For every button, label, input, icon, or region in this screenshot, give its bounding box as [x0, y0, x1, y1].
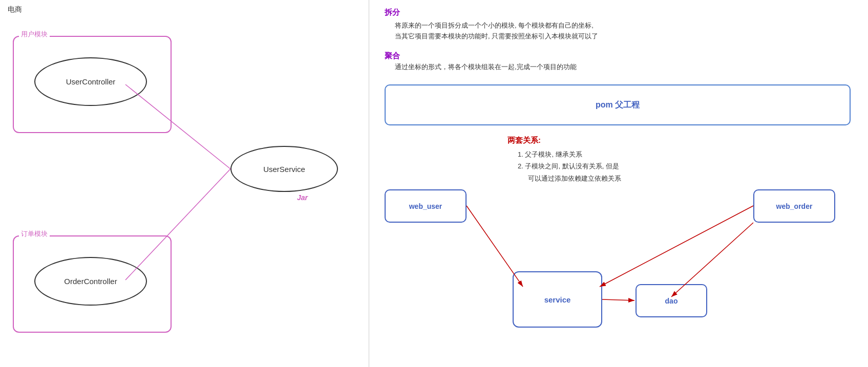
split-title: 拆分	[385, 8, 400, 17]
split-desc-line1: 将原来的一个项目拆分成一个个小的模块, 每个模块都有自己的坐标,	[395, 20, 598, 31]
pom-box: pom 父工程	[385, 84, 851, 125]
service-label: service	[544, 295, 571, 304]
svg-line-6	[602, 299, 634, 300]
relation-desc: 1. 父子模块, 继承关系 2. 子模块之间, 默认没有关系, 但是 可以通过添…	[518, 148, 621, 184]
dao-label: dao	[665, 297, 678, 305]
relation-1: 1. 父子模块, 继承关系	[518, 148, 621, 160]
split-desc: 将原来的一个项目拆分成一个个小的模块, 每个模块都有自己的坐标, 当其它项目需要…	[395, 20, 598, 42]
order-module-box: 订单模块 OrderController	[13, 235, 172, 333]
dao-box: dao	[636, 284, 707, 317]
order-controller-label: OrderController	[64, 277, 117, 286]
svg-line-5	[600, 206, 753, 287]
web-order-label: web_order	[776, 202, 813, 210]
user-controller-ellipse: UserController	[34, 57, 147, 106]
relation-2: 2. 子模块之间, 默认没有关系, 但是	[518, 160, 621, 172]
user-module-label: 用户模块	[19, 30, 50, 39]
web-user-box: web_user	[385, 189, 467, 223]
user-service-label: UserService	[263, 165, 305, 174]
ecommerce-title: 电商	[8, 5, 22, 14]
relation-3: 可以通过添加依赖建立依赖关系	[518, 172, 621, 184]
order-controller-ellipse: OrderController	[34, 257, 147, 306]
right-panel: 拆分 将原来的一个项目拆分成一个个小的模块, 每个模块都有自己的坐标, 当其它项…	[369, 0, 868, 367]
pom-label: pom 父工程	[596, 100, 640, 111]
left-panel: 电商 用户模块 UserController 订单模块 OrderControl…	[0, 0, 369, 367]
order-module-label: 订单模块	[19, 229, 50, 239]
aggregate-title: 聚合	[385, 51, 400, 61]
two-relations-title: 两套关系:	[507, 136, 541, 145]
user-module-box: 用户模块 UserController	[13, 36, 172, 133]
jar-label: Jar	[297, 193, 308, 202]
user-controller-label: UserController	[66, 77, 116, 86]
split-desc-line2: 当其它项目需要本模块的功能时, 只需要按照坐标引入本模块就可以了	[395, 31, 598, 42]
aggregate-desc: 通过坐标的形式，将各个模块组装在一起,完成一个项目的功能	[395, 62, 577, 72]
user-service-ellipse: UserService	[230, 146, 338, 192]
web-user-label: web_user	[409, 202, 442, 210]
service-box: service	[513, 271, 602, 328]
web-order-box: web_order	[753, 189, 835, 223]
